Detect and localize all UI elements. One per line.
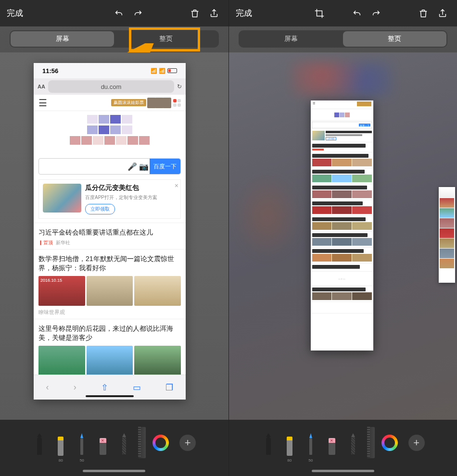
status-icons: 📶 📶 — [151, 68, 177, 74]
news-title: 这里号称昆明的后花园，来过的人都说比洱海美，关键是游客少 — [38, 324, 181, 343]
share-icon[interactable] — [206, 6, 222, 21]
header: 完成 — [0, 0, 228, 26]
color-picker[interactable] — [381, 435, 398, 451]
page-scrubber[interactable] — [439, 187, 455, 283]
banner-ad-label[interactable]: 赢圆滚滚娃影票 — [111, 99, 146, 106]
editor-panel-right: 完成 屏幕 整页 ☰ 百度一下 立即领取 — • — — [228, 0, 457, 476]
phone-status-bar: 11:56 📶 📶 — [34, 63, 186, 78]
pin-label: ▎置顶 — [38, 239, 53, 246]
color-picker[interactable] — [152, 435, 169, 451]
promo-subtitle: 百度APP打开，定制专业变美方案 — [85, 194, 177, 201]
news-item[interactable]: 数学界扫地僧，21年默默无闻一篇论文震惊世界，杨振宁：我看好你 瞭味世界观 — [34, 249, 186, 319]
screenshot-preview[interactable]: 11:56 📶 📶 AA du.com ↻ ☰ 赢圆滚滚娃影票 — [34, 63, 186, 400]
tab-fullpage[interactable]: 整页 — [343, 31, 446, 47]
done-button[interactable]: 完成 — [236, 8, 252, 19]
redo-icon[interactable] — [368, 6, 384, 21]
lasso-tool[interactable] — [117, 431, 131, 454]
pen-tool[interactable] — [261, 431, 276, 455]
undo-icon[interactable] — [349, 6, 365, 21]
hamburger-icon[interactable]: ☰ — [38, 97, 47, 109]
browser-tabbar: ‹ › ⇧ ▭ ❐ — [34, 375, 186, 400]
pencil-tool[interactable]: 50 — [304, 431, 318, 455]
ruler-tool[interactable] — [138, 427, 146, 458]
pen-tool[interactable] — [32, 431, 47, 455]
text-size-button[interactable]: AA — [38, 84, 45, 89]
promo-card[interactable]: 瓜分亿元变美红包 百度APP打开，定制专业变美方案 立即领取 × — [38, 179, 181, 219]
header: 完成 — [229, 0, 457, 26]
home-indicator — [86, 395, 134, 397]
search-button[interactable]: 百度一下 — [150, 159, 180, 174]
page-banner: ☰ 赢圆滚滚娃影票 — [34, 95, 186, 111]
promo-illustration — [43, 184, 81, 213]
home-indicator-bar — [229, 465, 457, 476]
background-blur — [234, 173, 301, 259]
crop-icon[interactable] — [312, 6, 327, 21]
editor-panel-left: 完成 屏幕 整页 11:56 📶 📶 AA du.com — [0, 0, 228, 476]
news-item[interactable]: 习近平金砖会晤重要讲话重点都在这儿 ▎置顶新华社 — [34, 223, 186, 249]
blurred-logo-area — [53, 115, 166, 153]
eraser-tool[interactable] — [96, 431, 110, 455]
tab-screen[interactable]: 屏幕 — [11, 31, 114, 47]
news-thumbs — [38, 276, 181, 306]
tab-screen[interactable]: 屏幕 — [240, 31, 343, 47]
browser-url-bar: AA du.com ↻ — [34, 78, 186, 95]
share-icon[interactable] — [435, 6, 450, 21]
banner-avatars — [148, 98, 171, 108]
status-time: 11:56 — [42, 67, 58, 75]
news-source: 新华社 — [56, 239, 70, 246]
fullpage-preview[interactable]: ☰ 百度一下 立即领取 — • — — [311, 100, 373, 351]
canvas-area: ☰ 百度一下 立即领取 — • — — [229, 52, 457, 420]
highlighter-tool[interactable]: 80 — [53, 430, 68, 456]
mode-tabs: 屏幕 整页 — [10, 30, 219, 48]
home-indicator-bar — [0, 465, 228, 476]
add-tool-button[interactable]: + — [408, 435, 425, 451]
promo-cta[interactable]: 立即领取 — [85, 204, 115, 214]
tabs-icon[interactable]: ❐ — [165, 382, 173, 393]
camera-icon[interactable]: 📷 — [138, 162, 150, 171]
undo-icon[interactable] — [111, 6, 127, 21]
ruler-tool[interactable] — [367, 427, 375, 458]
app-grid-icon[interactable] — [173, 99, 181, 107]
search-bar: 🎤 📷 百度一下 — [38, 158, 181, 175]
pencil-tool[interactable]: 50 — [75, 431, 89, 455]
canvas-area: 11:56 📶 📶 AA du.com ↻ ☰ 赢圆滚滚娃影票 — [0, 52, 228, 420]
news-thumbs — [38, 346, 181, 376]
close-icon[interactable]: × — [175, 182, 178, 189]
mode-tabs: 屏幕 整页 — [239, 30, 448, 48]
back-icon[interactable]: ‹ — [46, 382, 49, 392]
tab-fullpage[interactable]: 整页 — [114, 31, 217, 47]
highlighter-tool[interactable]: 80 — [282, 430, 297, 456]
lasso-tool[interactable] — [346, 431, 360, 454]
url-field[interactable]: du.com — [48, 80, 174, 93]
markup-toolbar: 80 50 + — [229, 420, 457, 465]
done-button[interactable]: 完成 — [7, 8, 23, 19]
forward-icon[interactable]: › — [74, 382, 76, 392]
redo-icon[interactable] — [130, 6, 146, 21]
promo-title: 瓜分亿元变美红包 — [85, 184, 177, 192]
markup-toolbar: 80 50 + — [0, 420, 228, 465]
refresh-icon[interactable]: ↻ — [177, 83, 182, 90]
eraser-tool[interactable] — [325, 431, 339, 455]
news-title: 习近平金砖会晤重要讲话重点都在这儿 — [38, 228, 181, 238]
news-title: 数学界扫地僧，21年默默无闻一篇论文震惊世界，杨振宁：我看好你 — [38, 254, 181, 273]
trash-icon[interactable] — [187, 6, 203, 21]
share-icon[interactable]: ⇧ — [101, 382, 108, 393]
trash-icon[interactable] — [416, 6, 431, 21]
bookmarks-icon[interactable]: ▭ — [133, 382, 141, 393]
background-blur — [292, 62, 393, 96]
add-tool-button[interactable]: + — [179, 435, 196, 451]
news-source: 瞭味世界观 — [38, 309, 181, 316]
mic-icon[interactable]: 🎤 — [127, 162, 138, 171]
news-item[interactable]: 这里号称昆明的后花园，来过的人都说比洱海美，关键是游客少 — [34, 319, 186, 378]
